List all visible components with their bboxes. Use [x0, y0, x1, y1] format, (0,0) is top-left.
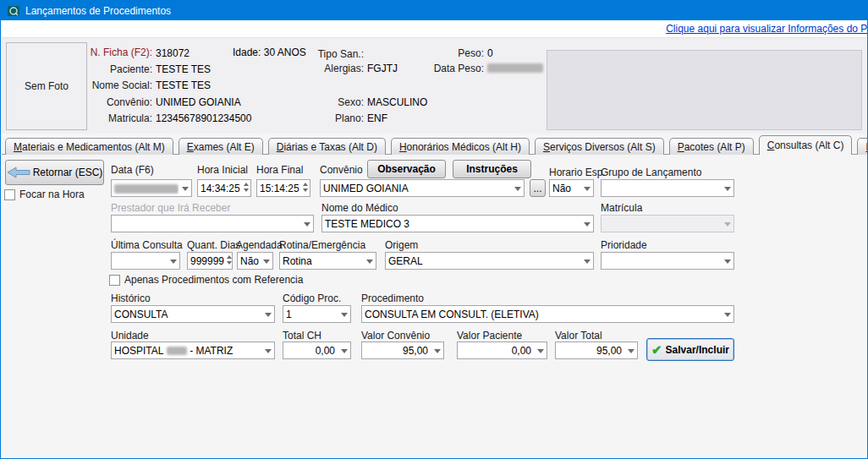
dropdown-arrow-icon [721, 306, 733, 322]
dropdown-arrow-icon [431, 342, 443, 358]
data-label: Data (F6) [111, 164, 154, 176]
dropdown-arrow-icon [580, 253, 593, 269]
valor-convenio-label: Valor Convênio [361, 330, 430, 342]
retornar-button[interactable]: Retornar (ESC) [5, 160, 104, 185]
total-ch-select[interactable]: 0,00 [283, 342, 351, 359]
plano-value: ENF [367, 112, 387, 124]
spinner-arrows-icon[interactable] [302, 180, 310, 196]
procedimento-label: Procedimento [361, 292, 424, 304]
dropdown-arrow-icon [167, 253, 179, 269]
tab-honorarios[interactable]: Honorários Médicos (Alt H) [391, 138, 530, 155]
grupo-lancamento-select[interactable] [601, 179, 734, 197]
dropdown-arrow-icon [721, 216, 733, 232]
nome-social-label: Nome Social: [82, 79, 152, 91]
dropdown-arrow-icon [338, 306, 350, 322]
plano-label: Plano: [289, 112, 364, 124]
checkbox-box[interactable] [4, 189, 15, 200]
instrucoes-button[interactable]: Instruções [453, 160, 531, 178]
data-select[interactable] [111, 179, 192, 197]
matricula-select-disabled [601, 215, 734, 232]
tab-consultas[interactable]: Consultas (Alt C) [759, 135, 853, 155]
back-arrow-icon [7, 167, 30, 178]
codigo-proc-select[interactable]: 1 [283, 305, 351, 323]
alergias-value: FGJTJ [367, 63, 398, 74]
tab-strip: Materiais e Medicamentos (Alt M)Exames (… [5, 135, 866, 155]
convenio-label: Convênio [320, 164, 363, 176]
prestador-label: Prestador que Irá Receber [111, 202, 230, 214]
prioridade-select[interactable] [601, 252, 734, 270]
nome-medico-label: Nome do Médico [321, 202, 398, 214]
convenio-select[interactable]: UNIMED GOIANIA [320, 179, 525, 197]
nome-medico-select[interactable]: TESTE MEDICO 3 [321, 215, 594, 232]
valor-paciente-select[interactable]: 0,00 [457, 342, 547, 359]
link-row: Clique aqui para visualizar Informações … [2, 20, 866, 37]
ficha-value: 318072 [156, 47, 190, 59]
sexo-value: MASCULINO [367, 96, 427, 108]
quant-dias-spinner[interactable]: 999999 [187, 252, 233, 270]
procedures-window: Lançamentos de Procedimentos Clique aqui… [0, 0, 868, 459]
tab-content-consultas: Retornar (ESC) Focar na Hora Data (F6) H… [2, 154, 866, 457]
paciente-value: TESTE TES [156, 63, 211, 75]
sexo-label: Sexo: [289, 96, 364, 108]
tab-diarias[interactable]: Diárias e Taxas (Alt D) [268, 138, 386, 155]
dropdown-arrow-icon [338, 342, 350, 358]
tab-servicos[interactable]: Serviços Diversos (Alt S) [535, 138, 664, 155]
dropdown-arrow-icon [624, 342, 637, 358]
unidade-select[interactable]: HOSPITAL - MATRIZ [111, 342, 275, 359]
observacao-button[interactable]: Observação [367, 160, 446, 178]
hora-inicial-label: Hora Inicial [197, 164, 248, 176]
patient-header: Sem Foto N. Ficha (F2): 318072 Paciente:… [2, 37, 866, 134]
spinner-arrows-icon[interactable] [243, 180, 250, 196]
matricula-info-label: Matricula: [82, 112, 152, 124]
checkbox-box[interactable] [109, 275, 120, 286]
origem-select[interactable]: GERAL [385, 252, 594, 270]
rotina-emergencia-select[interactable]: Rotina [279, 252, 376, 270]
title-bar: Lançamentos de Procedimentos [1, 1, 867, 20]
grupo-lancamento-label: Grupo de Lançamento [601, 167, 701, 178]
peso-label: Peso: [425, 47, 484, 59]
tab-pacotes[interactable]: Pacotes (Alt P) [669, 138, 754, 155]
dropdown-arrow-icon [179, 180, 191, 196]
tab-kits[interactable]: Kits (Alt K) [857, 138, 868, 155]
hora-inicial-spinner[interactable]: 14:34:25 [197, 179, 251, 197]
ultima-consulta-select[interactable] [111, 252, 180, 270]
window-title: Lançamentos de Procedimentos [25, 5, 171, 17]
valor-total-select[interactable]: 95,00 [555, 342, 638, 359]
alergias-label: Alergias: [289, 63, 364, 74]
tipo-san-label: Tipo San.: [289, 48, 364, 60]
check-icon: ✔ [651, 342, 662, 358]
tab-exames[interactable]: Exames (Alt E) [179, 138, 263, 155]
tab-materiais[interactable]: Materiais e Medicamentos (Alt M) [5, 138, 173, 155]
total-ch-label: Total CH [283, 330, 321, 342]
focar-na-hora-checkbox[interactable]: Focar na Hora [4, 189, 85, 200]
historico-select[interactable]: CONSULTA [111, 305, 275, 323]
dropdown-arrow-icon [511, 180, 524, 196]
agendada-select[interactable]: Não [237, 252, 273, 270]
prestador-select[interactable] [111, 215, 314, 232]
valor-total-label: Valor Total [555, 330, 602, 342]
data-peso-label: Data Peso: [420, 63, 484, 74]
unidade-redacted-part [167, 347, 187, 355]
apenas-referencia-checkbox[interactable]: Apenas Procedimentos com Referencia [109, 274, 303, 286]
horario-esp-select[interactable]: Não [549, 179, 594, 197]
dropdown-arrow-icon [261, 342, 274, 358]
paciente-label: Paciente: [82, 63, 152, 75]
valor-convenio-select[interactable]: 95,00 [361, 342, 444, 359]
origem-label: Origem [385, 239, 418, 251]
unidade-label: Unidade [111, 330, 149, 342]
horario-esp-label: Horario Esp. [549, 167, 606, 178]
salvar-incluir-button[interactable]: ✔ Salvar/Incluir [646, 338, 734, 361]
prioridade-label: Prioridade [601, 239, 647, 251]
header-side-panel [547, 50, 862, 130]
dropdown-arrow-icon [721, 253, 733, 269]
hora-final-spinner[interactable]: 15:14:25 [256, 179, 310, 197]
patient-info-link[interactable]: Clique aqui para visualizar Informações … [666, 23, 868, 35]
procedimento-select[interactable]: CONSULTA EM CONSULT. (ELETIVA) [361, 305, 734, 323]
more-options-button[interactable]: ... [530, 179, 546, 197]
quant-dias-label: Quant. Dias [187, 239, 240, 251]
spinner-arrows-icon[interactable] [227, 253, 232, 269]
dropdown-arrow-icon [260, 253, 272, 269]
ultima-consulta-label: Última Consulta [111, 239, 183, 251]
app-icon [7, 4, 20, 18]
dropdown-arrow-icon [721, 180, 733, 196]
